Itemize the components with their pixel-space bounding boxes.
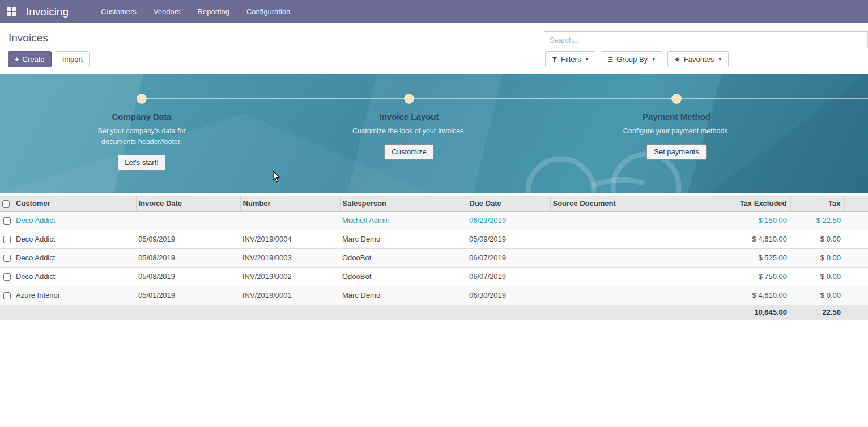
cell-tax[interactable]: $ 22.50 — [790, 211, 844, 230]
cell-customer[interactable]: Deco Addict — [14, 267, 136, 286]
cell-customer[interactable]: Deco Addict — [14, 211, 136, 230]
cell-salesperson[interactable]: OdooBot — [340, 267, 467, 286]
column-header-due-date[interactable]: Due Date — [467, 196, 550, 211]
cell-salesperson[interactable]: Marc Demo — [340, 286, 467, 305]
row-checkbox[interactable] — [3, 273, 11, 281]
step-description: Configure your payment methods. — [616, 126, 737, 137]
cell-source-document[interactable] — [550, 230, 692, 248]
cell-tax[interactable]: $ 0.00 — [790, 230, 844, 248]
table-header-row: Customer Invoice Date Number Salesperson… — [0, 196, 868, 211]
cell-tax-excluded[interactable]: $ 4,610.00 — [692, 286, 790, 305]
onboarding-progress-line — [142, 98, 868, 99]
cell-customer[interactable]: Deco Addict — [14, 230, 136, 248]
control-panel: Invoices Create Import Filters ▼ Group B… — [0, 23, 868, 74]
cell-tax[interactable]: $ 0.00 — [790, 248, 844, 267]
filters-label: Filters — [561, 55, 581, 64]
cell-customer[interactable]: Deco Addict — [14, 248, 136, 267]
totals-filler — [844, 305, 868, 320]
row-checkbox[interactable] — [3, 255, 11, 262]
cell-source-document[interactable] — [550, 211, 692, 230]
cell-number[interactable] — [240, 211, 340, 230]
column-header-tax-excluded[interactable]: Tax Excluded — [692, 196, 790, 211]
cell-customer[interactable]: Azure Interior — [14, 286, 136, 305]
row-select-cell[interactable] — [0, 248, 14, 267]
table-row[interactable]: Azure Interior 05/01/2019 INV/2019/0001 … — [0, 286, 868, 305]
cell-due-date[interactable]: 06/07/2019 — [467, 248, 550, 267]
table-row[interactable]: Deco Addict Mitchell Admin 06/23/2019 $ … — [0, 211, 868, 230]
row-checkbox[interactable] — [3, 217, 11, 225]
cell-number[interactable]: INV/2019/0002 — [240, 267, 340, 286]
cell-invoice-date[interactable]: 05/08/2019 — [136, 267, 240, 286]
cell-salesperson[interactable]: Mitchell Admin — [340, 211, 467, 230]
cell-number[interactable]: INV/2019/0004 — [240, 230, 340, 248]
cell-salesperson[interactable]: OdooBot — [340, 248, 467, 267]
filters-dropdown-button[interactable]: Filters ▼ — [545, 51, 595, 67]
cell-due-date[interactable]: 05/09/2019 — [467, 230, 550, 248]
top-navbar: Invoicing Customers Vendors Reporting Co… — [0, 0, 868, 23]
column-header-number[interactable]: Number — [240, 196, 340, 211]
nav-item-configuration[interactable]: Configuration — [238, 0, 299, 23]
nav-item-customers[interactable]: Customers — [92, 0, 145, 23]
cell-tax-excluded[interactable]: $ 150.00 — [692, 211, 790, 230]
cell-filler — [844, 211, 868, 230]
row-select-cell[interactable] — [0, 230, 14, 248]
apps-menu-button[interactable] — [0, 0, 23, 23]
app-title[interactable]: Invoicing — [26, 6, 69, 18]
cell-filler — [844, 286, 868, 305]
cell-invoice-date[interactable]: 05/08/2019 — [136, 248, 240, 267]
onboarding-step-invoice-layout: Invoice Layout Customize the look of you… — [330, 94, 488, 160]
cell-tax-excluded[interactable]: $ 525.00 — [692, 248, 790, 267]
cell-due-date[interactable]: 06/30/2019 — [467, 286, 550, 305]
cell-source-document[interactable] — [550, 248, 692, 267]
cell-invoice-date[interactable]: 05/01/2019 — [136, 286, 240, 305]
invoice-list-table: Customer Invoice Date Number Salesperson… — [0, 196, 868, 320]
group-by-icon — [607, 55, 616, 64]
cell-due-date[interactable]: 06/23/2019 — [467, 211, 550, 230]
star-icon — [674, 55, 684, 64]
create-button-label: Create — [23, 55, 45, 64]
favorites-dropdown-button[interactable]: Favorites ▼ — [667, 51, 729, 67]
import-button[interactable]: Import — [56, 51, 90, 67]
apps-grid-icon — [7, 7, 16, 16]
lets-start-button[interactable]: Let's start! — [117, 155, 166, 171]
step-title: Invoice Layout — [379, 112, 439, 121]
create-button[interactable]: Create — [8, 51, 52, 67]
set-payments-button[interactable]: Set payments — [646, 144, 707, 160]
column-header-customer[interactable]: Customer — [14, 196, 136, 211]
cell-filler — [844, 230, 868, 248]
column-header-salesperson[interactable]: Salesperson — [340, 196, 467, 211]
cell-salesperson[interactable]: Marc Demo — [340, 230, 467, 248]
row-checkbox[interactable] — [3, 292, 11, 299]
cell-filler — [844, 267, 868, 286]
row-select-cell[interactable] — [0, 267, 14, 286]
column-header-invoice-date[interactable]: Invoice Date — [136, 196, 240, 211]
nav-item-vendors[interactable]: Vendors — [145, 0, 189, 23]
column-header-source-document[interactable]: Source Document — [550, 196, 692, 211]
row-select-cell[interactable] — [0, 286, 14, 305]
customize-button[interactable]: Customize — [384, 144, 433, 160]
cell-tax[interactable]: $ 0.00 — [790, 286, 844, 305]
cell-source-document[interactable] — [550, 286, 692, 305]
cell-due-date[interactable]: 06/07/2019 — [467, 267, 550, 286]
cell-tax[interactable]: $ 0.00 — [790, 267, 844, 286]
select-all-cell[interactable] — [0, 196, 14, 211]
cell-source-document[interactable] — [550, 267, 692, 286]
table-row[interactable]: Deco Addict 05/09/2019 INV/2019/0004 Mar… — [0, 230, 868, 248]
select-all-checkbox[interactable] — [2, 200, 10, 208]
page-title: Invoices — [8, 32, 48, 44]
table-row[interactable]: Deco Addict 05/08/2019 INV/2019/0003 Odo… — [0, 248, 868, 267]
search-input[interactable] — [544, 31, 868, 48]
row-select-cell[interactable] — [0, 211, 14, 230]
nav-item-reporting[interactable]: Reporting — [189, 0, 238, 23]
cell-invoice-date[interactable]: 05/09/2019 — [136, 230, 240, 248]
cell-tax-excluded[interactable]: $ 4,610.00 — [692, 230, 790, 248]
cell-number[interactable]: INV/2019/0003 — [240, 248, 340, 267]
chevron-down-icon: ▼ — [652, 57, 656, 61]
cell-number[interactable]: INV/2019/0001 — [240, 286, 340, 305]
column-header-tax[interactable]: Tax — [790, 196, 844, 211]
group-by-dropdown-button[interactable]: Group By ▼ — [601, 51, 662, 67]
row-checkbox[interactable] — [3, 236, 11, 243]
cell-invoice-date[interactable] — [136, 211, 240, 230]
cell-tax-excluded[interactable]: $ 750.00 — [692, 267, 790, 286]
table-row[interactable]: Deco Addict 05/08/2019 INV/2019/0002 Odo… — [0, 267, 868, 286]
